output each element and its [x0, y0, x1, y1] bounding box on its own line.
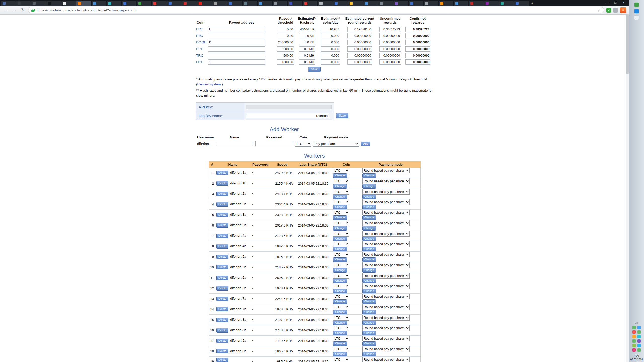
worker-payment-select[interactable]: Round based pay per share	[362, 336, 410, 341]
change-coin-button[interactable]: Change	[333, 247, 347, 251]
new-worker-name-input[interactable]	[216, 141, 253, 146]
worker-coin-select[interactable]: LTC	[333, 210, 349, 215]
scrollbar-thumb[interactable]	[626, 15, 629, 74]
browser-tab[interactable]	[92, 1, 106, 6]
browser-tab[interactable]	[31, 1, 46, 6]
minimize-button[interactable]: —	[603, 0, 611, 6]
coin-name-link[interactable]: FTC	[196, 34, 203, 38]
worker-payment-select[interactable]: Round based pay per share	[362, 220, 410, 226]
delete-worker-button[interactable]: Delete	[216, 328, 228, 333]
worker-coin-select[interactable]: LTC	[333, 178, 349, 184]
browser-tab[interactable]	[122, 1, 136, 6]
payout-threshold-input[interactable]	[277, 27, 294, 32]
payout-threshold-input[interactable]	[277, 59, 294, 65]
worker-payment-select[interactable]: Round based pay per share	[362, 178, 410, 184]
change-coin-button[interactable]: Change	[333, 321, 347, 325]
delete-worker-button[interactable]: Delete	[216, 181, 228, 186]
scrollbar[interactable]	[626, 15, 629, 362]
tray-icon[interactable]	[632, 335, 636, 338]
change-coin-button[interactable]: Change	[333, 341, 347, 346]
close-button[interactable]: ×	[619, 0, 627, 6]
worker-coin-select[interactable]: LTC	[333, 325, 349, 331]
worker-payment-select[interactable]: Round based pay per share	[362, 283, 410, 289]
browser-tab[interactable]	[197, 1, 212, 6]
browser-tab[interactable]	[333, 1, 348, 6]
extension-secondary-icon[interactable]	[613, 8, 618, 13]
forward-button[interactable]: →	[11, 7, 18, 13]
new-worker-password-input[interactable]	[255, 141, 293, 146]
add-worker-button[interactable]: Add	[361, 142, 370, 146]
browser-tab[interactable]	[454, 1, 468, 6]
delete-worker-button[interactable]: Delete	[216, 358, 228, 362]
change-coin-button[interactable]: Change	[333, 279, 347, 283]
taskbar-app-icon[interactable]	[634, 16, 639, 20]
browser-tab[interactable]	[318, 1, 333, 6]
new-worker-payment-select[interactable]: Pay per share	[313, 141, 359, 147]
change-coin-button[interactable]: Change	[333, 352, 347, 356]
taskbar-clock[interactable]: 2:21 06.03.2014	[630, 354, 643, 361]
tray-icon[interactable]	[637, 330, 641, 334]
tray-icon[interactable]	[632, 344, 636, 347]
browser-tab[interactable]	[378, 1, 393, 6]
payout-address-input[interactable]	[208, 46, 265, 52]
browser-tab[interactable]	[303, 1, 317, 6]
change-payment-button[interactable]: Change	[362, 195, 376, 199]
worker-payment-select[interactable]: Round based pay per share	[362, 315, 410, 321]
delete-worker-button[interactable]: Delete	[216, 286, 228, 291]
change-coin-button[interactable]: Change	[333, 237, 347, 241]
display-name-input[interactable]	[246, 113, 329, 118]
worker-coin-select[interactable]: LTC	[333, 220, 349, 226]
change-payment-button[interactable]: Change	[362, 331, 376, 335]
browser-tab[interactable]	[46, 1, 61, 6]
browser-tab[interactable]	[212, 1, 227, 6]
change-coin-button[interactable]: Change	[333, 310, 347, 314]
payout-address-input[interactable]	[208, 53, 265, 58]
change-payment-button[interactable]: Change	[362, 173, 376, 178]
delete-worker-button[interactable]: Delete	[216, 265, 228, 269]
delete-worker-button[interactable]: Delete	[216, 276, 228, 280]
worker-coin-select[interactable]: LTC	[333, 346, 349, 352]
maximize-button[interactable]: □	[611, 0, 619, 6]
worker-coin-select[interactable]: LTC	[333, 294, 349, 299]
change-payment-button[interactable]: Change	[362, 279, 376, 283]
change-payment-button[interactable]: Change	[362, 289, 376, 293]
payout-threshold-input[interactable]	[277, 46, 294, 52]
tray-icon[interactable]	[637, 344, 641, 347]
payout-address-input[interactable]	[208, 33, 265, 38]
worker-coin-select[interactable]: LTC	[333, 304, 349, 310]
save-thresholds-button[interactable]: Save	[308, 67, 320, 72]
worker-payment-select[interactable]: Round based pay per share	[362, 346, 410, 352]
reward-system-link[interactable]: Reward system	[197, 82, 221, 86]
extension-icon[interactable]: ✓	[606, 8, 611, 13]
browser-menu-button[interactable]: ≡	[620, 7, 626, 13]
worker-coin-select[interactable]: LTC	[333, 262, 349, 268]
delete-worker-button[interactable]: Delete	[216, 297, 228, 301]
change-payment-button[interactable]: Change	[362, 321, 376, 325]
change-payment-button[interactable]: Change	[362, 352, 376, 356]
change-coin-button[interactable]: Change	[333, 173, 347, 178]
change-coin-button[interactable]: Change	[333, 299, 347, 304]
reload-button[interactable]: ↻	[20, 7, 26, 13]
change-coin-button[interactable]: Change	[333, 331, 347, 335]
tray-icon[interactable]	[637, 335, 641, 338]
change-payment-button[interactable]: Change	[362, 310, 376, 314]
browser-tab[interactable]	[469, 1, 484, 6]
worker-payment-select[interactable]: Round based pay per share	[362, 210, 410, 215]
browser-tab[interactable]	[273, 1, 287, 6]
change-coin-button[interactable]: Change	[333, 205, 347, 209]
bookmark-star-icon[interactable]: ☆	[597, 8, 601, 13]
browser-tab[interactable]	[409, 1, 423, 6]
taskbar-app-icon[interactable]	[634, 9, 639, 13]
worker-coin-select[interactable]: LTC	[333, 357, 349, 362]
delete-worker-button[interactable]: Delete	[216, 202, 228, 207]
worker-coin-select[interactable]: LTC	[333, 199, 349, 205]
browser-tab[interactable]	[1, 1, 16, 6]
payout-address-input[interactable]	[208, 40, 265, 45]
worker-coin-select[interactable]: LTC	[333, 252, 349, 257]
save-display-name-button[interactable]: Save	[336, 113, 348, 118]
change-payment-button[interactable]: Change	[362, 299, 376, 304]
browser-tab[interactable]	[499, 1, 514, 6]
browser-tab[interactable]	[227, 1, 242, 6]
change-payment-button[interactable]: Change	[362, 247, 376, 251]
back-button[interactable]: ←	[3, 7, 9, 13]
